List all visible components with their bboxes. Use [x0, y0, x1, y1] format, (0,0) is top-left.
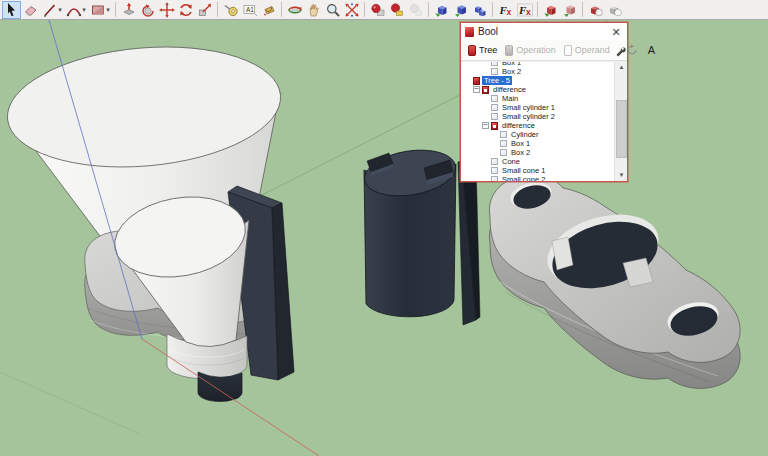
tool-arc-button[interactable]: ▾ — [64, 1, 88, 19]
bool-red-2-icon — [562, 2, 578, 18]
tool-bool-red-2-button[interactable] — [560, 1, 579, 19]
sketchup-window: ▾▾▾A1FxFx — [0, 0, 768, 456]
dropdown-caret-icon[interactable]: ▾ — [82, 6, 86, 13]
refresh-button[interactable] — [626, 42, 638, 58]
tool-zoom-button[interactable] — [323, 1, 342, 19]
tool-sphere-red-button[interactable] — [586, 1, 605, 19]
svg-text:x: x — [526, 6, 531, 16]
solid-node-icon — [491, 167, 498, 174]
tree-collapse-icon[interactable]: − — [482, 122, 489, 129]
toolbar-separator — [582, 2, 583, 17]
tree-node-label: Small cone 1 — [500, 166, 547, 175]
tool-tape-measure-button[interactable] — [221, 1, 240, 19]
tree-collapse-icon[interactable]: − — [473, 86, 480, 93]
result-flange-object[interactable] — [489, 175, 740, 388]
tree-node-small-cone-2[interactable]: Small cone 2 — [461, 175, 614, 181]
dropdown-caret-icon[interactable]: ▾ — [106, 6, 110, 13]
tree-rows: Box 1Box 2Tree - 5−differenceMainSmall c… — [461, 61, 614, 181]
scrollbar-thumb[interactable] — [616, 100, 627, 158]
tool-eraser-button[interactable] — [21, 1, 40, 19]
zoom-extents-icon — [344, 2, 360, 18]
tool-move-button[interactable] — [157, 1, 176, 19]
tool-sphere-gray-button[interactable] — [605, 1, 624, 19]
bool-3-icon — [472, 2, 488, 18]
tree-scrollbar[interactable]: ▲ ▼ — [614, 62, 627, 181]
scroll-down-icon[interactable]: ▼ — [615, 170, 627, 181]
eraser-icon — [23, 2, 39, 18]
bool-app-icon — [465, 27, 474, 37]
tool-pan-button[interactable] — [304, 1, 323, 19]
tree-node-small-cylinder-2[interactable]: Small cylinder 2 — [461, 112, 614, 121]
font-button[interactable]: A — [644, 44, 659, 56]
tool-rotate-button[interactable] — [176, 1, 195, 19]
tool-make-component-button[interactable] — [368, 1, 387, 19]
bool-dialog: Bool ✕ Tree Operation Operand — [460, 22, 628, 182]
tool-orbit-button[interactable] — [285, 1, 304, 19]
tree-node-label: Cone — [500, 157, 522, 166]
bool-tree-panel[interactable]: Box 1Box 2Tree - 5−differenceMainSmall c… — [461, 61, 627, 181]
tree-node-small-cylinder-1[interactable]: Small cylinder 1 — [461, 103, 614, 112]
tree-node-cylinder[interactable]: Cylinder — [461, 130, 614, 139]
tree-button[interactable]: Tree — [464, 43, 501, 58]
rectangle-icon — [90, 2, 106, 18]
close-icon[interactable]: ✕ — [609, 25, 623, 39]
tree-node-box-1[interactable]: Box 1 — [461, 139, 614, 148]
solid-node-icon — [500, 140, 507, 147]
difference-op-icon — [482, 86, 489, 94]
tool-line-button[interactable]: ▾ — [40, 1, 64, 19]
toolbar-separator — [364, 2, 365, 17]
tool-zoom-extents-button[interactable] — [342, 1, 361, 19]
tool-component-options-button[interactable] — [387, 1, 406, 19]
difference-inner-box — [493, 125, 496, 128]
make-component-icon — [370, 2, 386, 18]
operand-button-label: Operand — [575, 45, 610, 55]
tool-text-button[interactable]: A1 — [240, 1, 259, 19]
tool-bool-2-button[interactable] — [451, 1, 470, 19]
tool-bool-red-1-button[interactable] — [541, 1, 560, 19]
arc-icon — [66, 2, 82, 18]
operand-icon — [564, 45, 572, 56]
line-icon — [42, 2, 58, 18]
viewport-canvas[interactable] — [0, 20, 768, 456]
tree-node-box-2[interactable]: Box 2 — [461, 148, 614, 157]
scale-icon — [197, 2, 213, 18]
tool-follow-me-button[interactable] — [138, 1, 157, 19]
tree-node-cone[interactable]: Cone — [461, 157, 614, 166]
tree-node-label: Small cylinder 2 — [500, 112, 557, 121]
tool-paint-bucket-button[interactable] — [259, 1, 278, 19]
tool-select-button[interactable] — [2, 1, 21, 19]
tool-push-pull-button[interactable] — [119, 1, 138, 19]
tree-node-small-cone-1[interactable]: Small cone 1 — [461, 166, 614, 175]
follow-me-icon — [140, 2, 156, 18]
main-toolbar: ▾▾▾A1FxFx — [0, 0, 768, 20]
dropdown-caret-icon[interactable]: ▾ — [58, 6, 62, 13]
tool-bool-1-button[interactable] — [432, 1, 451, 19]
tool-scale-button[interactable] — [195, 1, 214, 19]
tool-bool-3-button[interactable] — [470, 1, 489, 19]
rotate-icon — [178, 2, 194, 18]
operation-button[interactable]: Operation — [501, 43, 560, 58]
tree-icon — [468, 45, 476, 56]
tool-rectangle-button[interactable]: ▾ — [88, 1, 112, 19]
tool-component-disabled-button[interactable] — [406, 1, 425, 19]
tool-fx-2-button[interactable]: Fx — [515, 1, 534, 19]
select-icon — [4, 2, 20, 18]
bool-dialog-titlebar[interactable]: Bool ✕ — [461, 23, 627, 40]
tool-fx-1-button[interactable]: Fx — [496, 1, 515, 19]
refresh-icon — [626, 44, 638, 56]
tree-node-label: Box 2 — [509, 148, 532, 157]
tree-node-box-2[interactable]: Box 2 — [461, 67, 614, 76]
tree-node-difference[interactable]: −difference — [461, 121, 614, 130]
bool-red-1-icon — [543, 2, 559, 18]
source-assembly-object[interactable] — [2, 20, 319, 456]
operand-button[interactable]: Operand — [560, 43, 614, 58]
wrench-icon — [614, 44, 626, 57]
solid-node-icon — [491, 61, 498, 66]
component-disabled-icon — [408, 2, 424, 18]
scroll-up-icon[interactable]: ▲ — [615, 62, 627, 73]
settings-wrench-button[interactable] — [614, 42, 626, 58]
tree-node-difference[interactable]: −difference — [461, 85, 614, 94]
sphere-red-icon — [588, 2, 604, 18]
tree-node-tree-5[interactable]: Tree - 5 — [461, 76, 614, 85]
tree-node-main[interactable]: Main — [461, 94, 614, 103]
